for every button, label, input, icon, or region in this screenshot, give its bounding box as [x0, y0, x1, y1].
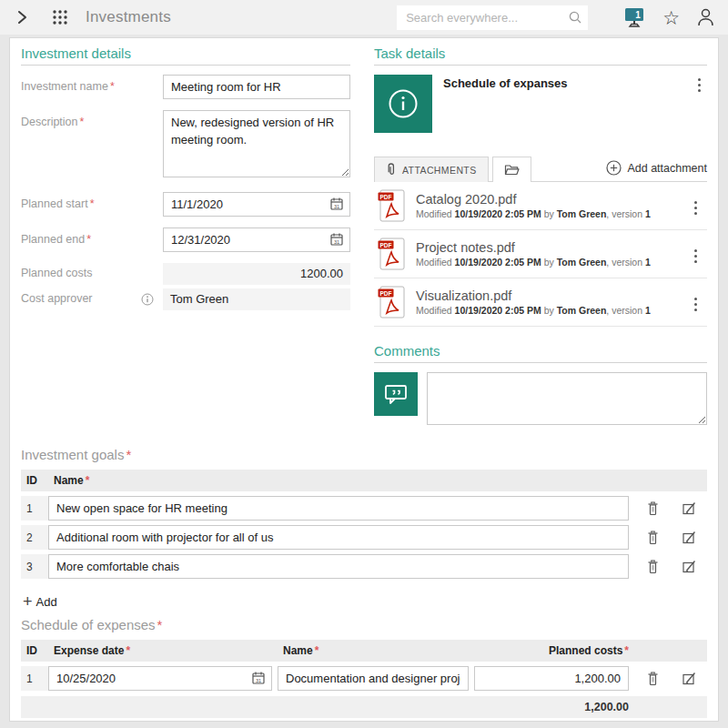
planned-end-row: Planned end* 31 — [21, 228, 350, 252]
svg-text:PDF: PDF — [380, 290, 392, 297]
notification-count: 1 — [635, 9, 641, 19]
expenses-total-row: 1,200.00 — [21, 696, 707, 718]
delete-row-icon[interactable] — [634, 500, 671, 516]
expenses-header: ID Expense date* Name* Planned costs* — [21, 640, 707, 662]
goal-row: 3 — [21, 554, 707, 579]
delete-row-icon[interactable] — [634, 559, 671, 574]
search-input[interactable] — [404, 10, 568, 25]
edit-row-icon[interactable] — [671, 672, 707, 686]
task-info-icon — [374, 75, 432, 133]
planned-start-row: Planned start* 31 — [21, 192, 350, 217]
comment-bubble-icon — [374, 372, 418, 416]
expense-row-id: 1 — [21, 666, 48, 691]
exp-col-name: Name* — [278, 640, 474, 662]
attachment-name[interactable]: Visualization.pdf — [416, 288, 687, 303]
description-row: Description* New, redesigned version of … — [21, 110, 350, 181]
planned-end-input[interactable] — [163, 228, 350, 252]
attachment-row[interactable]: PDF Project notes.pdf Modified 10/19/202… — [374, 230, 707, 278]
planned-start-label: Planned start* — [21, 192, 163, 217]
task-menu-icon[interactable] — [691, 75, 707, 133]
info-tooltip-icon[interactable] — [141, 293, 154, 306]
page-title: Investments — [86, 8, 171, 26]
cost-approver-label: Cost approver — [21, 288, 163, 310]
top-bar: Investments 1 ☆ — [0, 0, 728, 35]
svg-text:PDF: PDF — [380, 242, 392, 248]
expense-costs-input[interactable] — [474, 666, 629, 691]
add-goal-button[interactable]: +Add — [23, 593, 57, 610]
investment-details-title: Investment details — [21, 46, 350, 66]
add-attachment-label: Add attachment — [627, 162, 707, 175]
schedule-of-expenses-title: Schedule of expenses* — [21, 617, 707, 632]
calendar-icon[interactable]: 31 — [329, 232, 344, 247]
expenses-total-value: 1,200.00 — [474, 696, 634, 718]
pdf-file-icon: PDF — [378, 286, 405, 318]
svg-text:31: 31 — [334, 204, 339, 209]
attachment-meta: Modified 10/19/2020 2:05 PM by Tom Green… — [416, 257, 687, 268]
investment-goals-title: Investment goals* — [21, 447, 707, 462]
planned-start-input[interactable] — [163, 192, 350, 217]
edit-row-icon[interactable] — [671, 501, 707, 516]
attachment-menu-icon[interactable] — [687, 197, 703, 215]
search-box — [397, 5, 588, 30]
notifications-icon[interactable]: 1 — [622, 5, 646, 30]
attachment-menu-icon[interactable] — [687, 246, 703, 263]
investment-name-label: Investment name* — [21, 75, 163, 99]
investment-name-input[interactable] — [163, 75, 350, 99]
goal-row-id: 3 — [21, 554, 48, 579]
calendar-icon[interactable]: 31 — [251, 671, 266, 685]
cost-approver-row: Cost approver Tom Green — [21, 288, 350, 310]
task-title: Schedule of expanses — [432, 75, 691, 133]
attachment-meta: Modified 10/19/2020 2:05 PM by Tom Green… — [416, 208, 687, 219]
svg-text:31: 31 — [256, 678, 261, 683]
paperclip-icon — [386, 163, 397, 177]
attachment-row[interactable]: PDF Catalog 2020.pdf Modified 10/19/2020… — [374, 182, 707, 230]
comments-title: Comments — [374, 343, 707, 363]
planned-costs-row: Planned costs 1200.00 — [21, 263, 350, 285]
exp-col-costs: Planned costs* — [474, 640, 634, 662]
delete-row-icon[interactable] — [634, 530, 671, 545]
attachment-menu-icon[interactable] — [687, 294, 703, 311]
goals-col-id: ID — [21, 470, 48, 491]
goals-col-name: Name* — [48, 470, 634, 491]
description-textarea[interactable]: New, redesigned version of HR meeting ro… — [163, 110, 350, 177]
edit-row-icon[interactable] — [671, 560, 707, 574]
attachment-name[interactable]: Project notes.pdf — [416, 240, 687, 255]
task-details-title: Task details — [374, 46, 707, 66]
calendar-icon[interactable]: 31 — [329, 197, 344, 211]
pdf-file-icon: PDF — [378, 238, 405, 270]
edit-row-icon[interactable] — [671, 531, 707, 545]
attachment-meta: Modified 10/19/2020 2:05 PM by Tom Green… — [416, 305, 687, 316]
favorites-star-icon[interactable]: ☆ — [662, 8, 680, 27]
comments-textarea[interactable] — [427, 372, 707, 425]
add-attachment-button[interactable]: Add attachment — [606, 160, 707, 181]
investment-goals-header: ID Name* — [21, 470, 707, 491]
cost-approver-value: Tom Green — [163, 288, 350, 310]
delete-row-icon[interactable] — [634, 671, 671, 686]
search-icon[interactable] — [568, 10, 582, 25]
planned-end-label: Planned end* — [21, 228, 163, 252]
goal-row-id: 2 — [21, 525, 48, 550]
goal-name-input[interactable] — [48, 525, 629, 550]
attachments-tabs: ATTACHMENTS Add attachment — [374, 157, 707, 182]
expense-date-input[interactable] — [48, 666, 272, 691]
user-profile-icon[interactable] — [696, 7, 715, 27]
goal-name-input[interactable] — [48, 496, 629, 521]
tab-attachments[interactable]: ATTACHMENTS — [374, 157, 489, 182]
expense-row: 1 31 — [21, 666, 707, 691]
svg-text:31: 31 — [334, 239, 339, 245]
app-grid-icon[interactable] — [51, 8, 73, 26]
pdf-file-icon: PDF — [378, 189, 405, 222]
attachment-row[interactable]: PDF Visualization.pdf Modified 10/19/202… — [374, 278, 707, 327]
planned-costs-label: Planned costs — [21, 263, 163, 285]
expand-sidebar-icon[interactable] — [13, 7, 36, 27]
goal-name-input[interactable] — [48, 554, 629, 579]
investment-name-row: Investment name* — [21, 75, 350, 99]
plus-icon: + — [23, 593, 33, 610]
attachment-name[interactable]: Catalog 2020.pdf — [416, 192, 687, 207]
planned-costs-value: 1200.00 — [163, 263, 350, 285]
description-label: Description* — [21, 110, 163, 181]
task-block: Schedule of expanses — [374, 75, 707, 133]
form-card: Investment details Investment name* Desc… — [9, 37, 719, 722]
tab-attachment-folders[interactable] — [492, 157, 531, 182]
expense-name-input[interactable] — [278, 666, 469, 691]
